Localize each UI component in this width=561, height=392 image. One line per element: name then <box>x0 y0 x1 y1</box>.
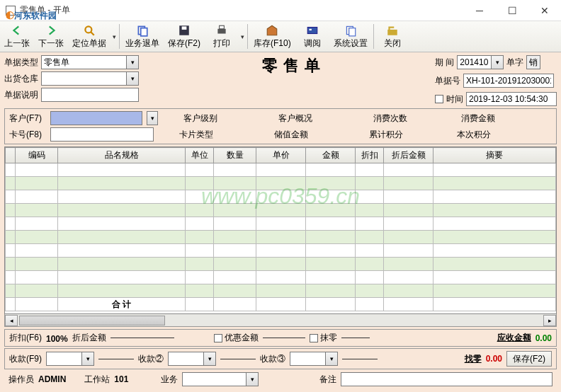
pay3-label: 收款③ <box>260 353 285 365</box>
deposit-label: 储值金额 <box>274 129 308 141</box>
warehouse-label: 出货仓库 <box>4 73 38 85</box>
col-remark[interactable]: 摘要 <box>434 148 556 163</box>
time-input[interactable] <box>466 92 557 106</box>
col-unit[interactable]: 单位 <box>186 148 214 163</box>
close-toolbar-button[interactable]: 关闭 <box>375 21 409 52</box>
horizontal-scrollbar[interactable]: ◂ ▸ <box>4 314 557 327</box>
doc-no-input[interactable] <box>463 74 554 88</box>
toolbar: 上一张 下一张 定位单据 ▾ 业务退单 保存(F2) 打印 ▾ 库存(F10) … <box>0 21 561 52</box>
table-row[interactable] <box>6 284 556 298</box>
time-label: 时间 <box>446 93 463 105</box>
customer-label: 客户(F7) <box>9 113 46 125</box>
table-row[interactable] <box>6 190 556 204</box>
svg-rect-5 <box>217 28 225 33</box>
warehouse-combo[interactable]: ▾ <box>41 71 139 86</box>
minimize-button[interactable]: ─ <box>463 0 496 21</box>
window-title: 零售单 - 开单 <box>20 4 70 16</box>
close-button[interactable]: ✕ <box>528 0 561 21</box>
col-after[interactable]: 折后金额 <box>384 148 434 163</box>
customer-select[interactable] <box>50 111 142 125</box>
points-total-label: 累计积分 <box>369 129 403 141</box>
svg-rect-2 <box>141 28 147 35</box>
return-button[interactable]: 业务退单 <box>121 21 164 52</box>
cust-level-label: 客户级别 <box>183 113 217 125</box>
table-row[interactable] <box>6 204 556 217</box>
pay2-label: 收款② <box>138 353 164 365</box>
locate-button[interactable]: 定位单据 <box>68 21 110 52</box>
scroll-thumb[interactable] <box>19 316 165 325</box>
scroll-right-icon[interactable]: ▸ <box>543 315 556 326</box>
print-dropdown[interactable]: ▾ <box>239 21 246 52</box>
table-row[interactable] <box>6 217 556 231</box>
promo-checkbox[interactable] <box>214 334 222 342</box>
doc-no-label: 单据号 <box>435 75 460 87</box>
table-row[interactable] <box>6 177 556 190</box>
prev-button[interactable]: 上一张 <box>0 21 34 52</box>
remark-label: 备注 <box>319 374 336 386</box>
pay3-combo[interactable]: ▾ <box>290 352 338 366</box>
cust-amount-label: 消费金额 <box>461 113 495 125</box>
items-grid[interactable]: 编码 品名规格 单位 数量 单价 金额 折扣 折后金额 摘要 合 计 <box>4 146 557 314</box>
settings-button[interactable]: 系统设置 <box>329 21 372 52</box>
pay2-combo[interactable]: ▾ <box>168 352 216 366</box>
svg-point-0 <box>85 26 91 33</box>
station-label: 工作站 <box>84 374 110 386</box>
discount-label: 折扣(F6) <box>9 332 42 344</box>
stock-button[interactable]: 库存(F10) <box>249 21 295 52</box>
time-checkbox[interactable] <box>435 95 443 103</box>
pay-label: 收款(F9) <box>9 353 42 365</box>
note-label: 单据说明 <box>4 89 38 101</box>
col-spec[interactable]: 品名规格 <box>58 148 186 163</box>
table-row[interactable] <box>6 163 556 177</box>
table-row[interactable] <box>6 244 556 258</box>
remark-input[interactable] <box>341 372 552 386</box>
doc-type-combo[interactable]: ▾ <box>41 55 139 69</box>
period-unit-input[interactable] <box>526 55 540 69</box>
col-amount[interactable]: 金额 <box>306 148 356 163</box>
maximize-button[interactable]: ☐ <box>496 0 528 21</box>
doc-type-label: 单据类型 <box>4 57 38 69</box>
total-row: 合 计 <box>6 298 556 311</box>
operator-value: ADMIN <box>38 374 66 384</box>
save-button[interactable]: 保存(F2) <box>164 21 205 52</box>
card-label: 卡号(F8) <box>9 129 46 141</box>
save-footer-button[interactable]: 保存(F2) <box>506 351 552 367</box>
table-row[interactable] <box>6 271 556 284</box>
app-icon <box>6 6 16 16</box>
col-disc[interactable]: 折扣 <box>356 148 384 163</box>
cust-profile-label: 客户概况 <box>278 113 312 125</box>
cust-count-label: 消费次数 <box>373 113 407 125</box>
note-input[interactable] <box>41 88 139 102</box>
change-value: 0.00 <box>486 354 502 364</box>
svg-rect-4 <box>182 26 187 30</box>
customer-dropdown-icon[interactable]: ▾ <box>147 111 158 125</box>
period-label: 期 间 <box>435 57 454 69</box>
col-code[interactable]: 编码 <box>16 148 58 163</box>
period-combo[interactable]: ▾ <box>457 55 504 69</box>
points-this-label: 本次积分 <box>457 129 491 141</box>
svg-rect-6 <box>220 25 225 29</box>
title-bar: 零售单 - 开单 ─ ☐ ✕ <box>0 0 561 21</box>
svg-rect-7 <box>307 27 317 33</box>
round-checkbox[interactable] <box>310 334 318 342</box>
card-type-label: 卡片类型 <box>179 129 213 141</box>
card-input[interactable] <box>50 127 154 142</box>
col-price[interactable]: 单价 <box>256 148 306 163</box>
next-button[interactable]: 下一张 <box>34 21 68 52</box>
svg-rect-11 <box>387 29 397 35</box>
page-title: 零售单 <box>160 55 428 108</box>
biz-label: 业务 <box>161 374 178 386</box>
table-row[interactable] <box>6 231 556 244</box>
col-qty[interactable]: 数量 <box>214 148 256 163</box>
due-label: 应收金额 <box>497 332 531 344</box>
print-button[interactable]: 打印 <box>205 21 239 52</box>
operator-label: 操作员 <box>8 374 34 386</box>
change-label: 找零 <box>465 353 482 365</box>
station-value: 101 <box>114 374 128 384</box>
pay1-combo[interactable]: ▾ <box>46 352 94 366</box>
locate-dropdown[interactable]: ▾ <box>110 21 118 52</box>
lookup-button[interactable]: 调阅 <box>295 21 329 52</box>
table-row[interactable] <box>6 258 556 271</box>
scroll-left-icon[interactable]: ◂ <box>5 315 18 326</box>
biz-combo[interactable]: ▾ <box>182 372 259 386</box>
